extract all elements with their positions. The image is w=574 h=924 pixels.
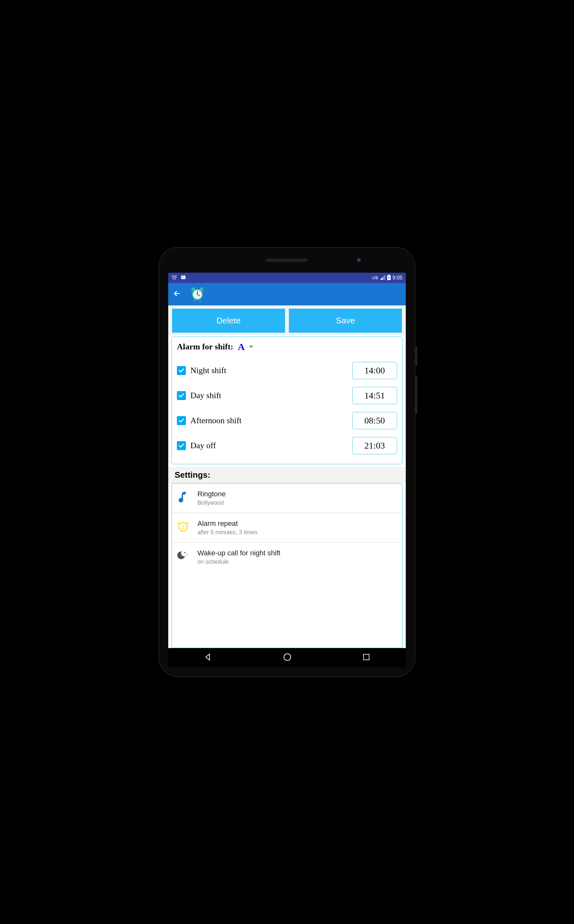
- music-note-icon: [177, 490, 189, 503]
- nav-home-button[interactable]: [283, 652, 292, 663]
- network-lte-label: LTE: [372, 276, 378, 280]
- shift-checkbox[interactable]: [177, 391, 186, 400]
- shift-label: Night shift: [190, 366, 226, 376]
- snooze-icon: Z: [177, 519, 189, 532]
- shift-selected-value: A: [238, 341, 245, 352]
- settings-text: Wake-up call for night shifton schedule: [197, 549, 280, 565]
- svg-text:Z: Z: [182, 525, 184, 530]
- moon-stars-icon: [177, 549, 189, 561]
- settings-text: RingtoneBollywood: [197, 490, 226, 506]
- svg-point-3: [184, 277, 184, 278]
- shift-header: Alarm for shift: A: [177, 341, 397, 352]
- screen: LTE 9:05: [168, 273, 406, 648]
- shift-row: Day off21:03: [177, 433, 397, 458]
- power-button: [415, 347, 417, 366]
- svg-rect-7: [388, 275, 390, 275]
- shift-checkbox[interactable]: [177, 366, 186, 375]
- settings-row[interactable]: RingtoneBollywood: [172, 484, 402, 513]
- android-face-icon: [180, 275, 186, 281]
- shift-checkbox[interactable]: [177, 416, 186, 425]
- settings-title: Alarm repeat: [197, 519, 257, 528]
- volume-button: [415, 376, 417, 414]
- time-input[interactable]: 08:50: [352, 412, 397, 429]
- settings-title: Ringtone: [197, 490, 226, 498]
- settings-subtitle: Bollywood: [197, 500, 226, 506]
- svg-line-14: [194, 300, 195, 301]
- signal-icon: [380, 275, 385, 281]
- phone-camera: [357, 258, 361, 262]
- shift-label: Day off: [190, 441, 216, 451]
- shift-label: Day shift: [190, 391, 221, 401]
- settings-subtitle: after 5 minutes, 3 times: [197, 529, 257, 536]
- status-time: 9:05: [393, 275, 402, 281]
- svg-rect-1: [181, 276, 186, 280]
- svg-line-4: [182, 275, 183, 276]
- svg-line-15: [200, 300, 201, 301]
- shift-row: Day shift14:51: [177, 383, 397, 408]
- app-bar: [168, 283, 406, 305]
- settings-subtitle: on schedule: [197, 559, 280, 565]
- settings-row[interactable]: ZAlarm repeatafter 5 minutes, 3 times: [172, 513, 402, 542]
- svg-point-10: [191, 288, 195, 291]
- settings-title: Wake-up call for night shift: [197, 549, 280, 557]
- svg-point-20: [284, 654, 290, 661]
- save-button[interactable]: Save: [289, 309, 402, 333]
- svg-line-5: [184, 275, 185, 276]
- back-button[interactable]: [173, 289, 181, 299]
- svg-point-11: [200, 288, 203, 291]
- nav-recent-button[interactable]: [362, 653, 371, 663]
- chevron-down-icon[interactable]: [249, 346, 253, 348]
- time-input[interactable]: 21:03: [352, 437, 397, 454]
- shift-header-label: Alarm for shift:: [177, 342, 233, 352]
- shift-row: Night shift14:00: [177, 358, 397, 383]
- status-bar: LTE 9:05: [168, 273, 406, 283]
- svg-point-2: [182, 277, 183, 278]
- shift-card: Alarm for shift: A Night shift14:00Day s…: [172, 336, 402, 464]
- settings-text: Alarm repeatafter 5 minutes, 3 times: [197, 519, 257, 536]
- svg-rect-21: [364, 654, 369, 660]
- time-input[interactable]: 14:00: [352, 362, 397, 379]
- shift-label: Afternoon shift: [190, 416, 242, 426]
- phone-speaker: [266, 259, 308, 262]
- settings-header: Settings:: [168, 467, 406, 483]
- time-input[interactable]: 14:51: [352, 387, 397, 404]
- battery-charging-icon: [387, 275, 391, 281]
- nav-back-button[interactable]: [203, 652, 213, 663]
- shift-checkbox[interactable]: [177, 441, 186, 450]
- settings-card: RingtoneBollywoodZAlarm repeatafter 5 mi…: [172, 483, 402, 648]
- alarm-status-icon: [172, 274, 177, 281]
- app-logo-alarm-clock-icon: [189, 286, 205, 303]
- shift-row: Afternoon shift08:50: [177, 408, 397, 433]
- phone-frame: LTE 9:05: [159, 247, 415, 677]
- shift-dropdown[interactable]: A: [238, 341, 245, 352]
- delete-button[interactable]: Delete: [172, 309, 285, 333]
- svg-point-17: [179, 498, 183, 503]
- settings-row[interactable]: Wake-up call for night shifton schedule: [172, 542, 402, 572]
- action-row: Delete Save: [168, 305, 406, 335]
- android-nav-bar: [168, 648, 406, 667]
